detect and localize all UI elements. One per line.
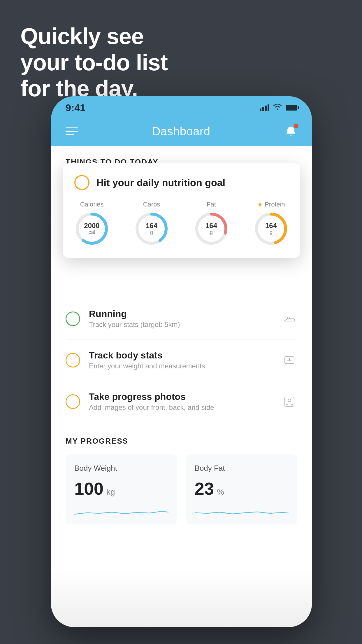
body-stats-text: Track body stats Enter your weight and m… xyxy=(89,350,273,370)
body-weight-unit: kg xyxy=(106,487,115,497)
body-fat-unit: % xyxy=(217,487,224,497)
bottom-fade xyxy=(51,569,312,627)
body-fat-card[interactable]: Body Fat 23 % xyxy=(186,454,298,524)
menu-icon[interactable] xyxy=(66,127,78,135)
photos-checkbox[interactable] xyxy=(66,394,80,409)
progress-header: My Progress xyxy=(66,437,297,446)
calories-label: Calories xyxy=(80,201,104,208)
body-fat-title: Body Fat xyxy=(195,464,289,473)
headline-line2: your to-do list xyxy=(20,50,168,76)
running-title: Running xyxy=(89,309,273,319)
nutrition-card-title: Hit your daily nutrition goal xyxy=(96,177,225,188)
fat-label: Fat xyxy=(207,201,216,208)
scale-icon xyxy=(282,352,297,368)
todo-item-photos[interactable]: Take progress photos Add images of your … xyxy=(66,381,297,422)
todo-item-running[interactable]: Running Track your stats (target: 5km) xyxy=(66,298,297,339)
signal-icon xyxy=(260,104,269,111)
body-weight-value: 100 kg xyxy=(74,479,168,499)
running-text: Running Track your stats (target: 5km) xyxy=(89,309,273,329)
nutrition-carbs: Carbs 164 g xyxy=(134,201,169,246)
photos-subtitle: Add images of your front, back, and side xyxy=(89,403,273,412)
photos-title: Take progress photos xyxy=(89,391,273,402)
body-stats-subtitle: Enter your weight and measurements xyxy=(89,362,273,370)
body-fat-chart xyxy=(195,504,289,519)
status-time: 9:41 xyxy=(66,102,85,113)
nutrition-fat: Fat 164 g xyxy=(194,201,229,246)
main-content: Things To Do Today Hit your daily nutrit… xyxy=(51,146,312,627)
body-fat-value: 23 % xyxy=(195,479,289,499)
progress-section: My Progress Body Weight 100 kg xyxy=(51,437,312,524)
person-icon xyxy=(282,394,297,410)
headline-line1: Quickly see xyxy=(20,23,168,50)
nutrition-card: Hit your daily nutrition goal Calories 2… xyxy=(63,163,300,258)
nutrition-checkbox[interactable] xyxy=(74,175,89,190)
phone-mockup: 9:41 Dashboard xyxy=(51,96,312,627)
notification-icon[interactable] xyxy=(284,125,297,138)
body-stats-title: Track body stats xyxy=(89,350,273,361)
notification-dot xyxy=(294,124,298,128)
todo-list: Running Track your stats (target: 5km) T… xyxy=(51,298,312,422)
running-checkbox[interactable] xyxy=(66,312,80,326)
body-stats-checkbox[interactable] xyxy=(66,353,80,368)
protein-ring: 164 g xyxy=(254,211,289,246)
star-icon: ★ xyxy=(257,201,263,208)
carbs-ring: 164 g xyxy=(134,211,169,246)
body-weight-title: Body Weight xyxy=(74,464,168,473)
calories-ring: 2000 cal xyxy=(74,211,109,246)
nutrition-protein: ★ Protein 164 g xyxy=(254,201,289,246)
wifi-icon xyxy=(273,104,282,112)
body-weight-card[interactable]: Body Weight 100 kg xyxy=(66,454,177,524)
page-headline: Quickly see your to-do list for the day. xyxy=(20,23,168,102)
progress-cards: Body Weight 100 kg Body Fat 23 xyxy=(66,454,297,524)
shoe-icon xyxy=(282,311,297,327)
protein-label: ★ Protein xyxy=(257,201,285,208)
running-subtitle: Track your stats (target: 5km) xyxy=(89,321,273,329)
status-bar: 9:41 xyxy=(51,96,312,117)
nutrition-row: Calories 2000 cal Carbs xyxy=(74,201,289,246)
status-icons xyxy=(260,104,297,112)
photos-text: Take progress photos Add images of your … xyxy=(89,391,273,412)
fat-ring: 164 g xyxy=(194,211,229,246)
battery-icon xyxy=(286,105,297,111)
todo-item-body-stats[interactable]: Track body stats Enter your weight and m… xyxy=(66,339,297,381)
svg-point-10 xyxy=(288,399,291,402)
body-weight-chart xyxy=(74,504,168,519)
nutrition-calories: Calories 2000 cal xyxy=(74,201,109,246)
nav-bar: Dashboard xyxy=(51,117,312,146)
nav-title: Dashboard xyxy=(152,125,210,138)
carbs-label: Carbs xyxy=(143,201,160,208)
